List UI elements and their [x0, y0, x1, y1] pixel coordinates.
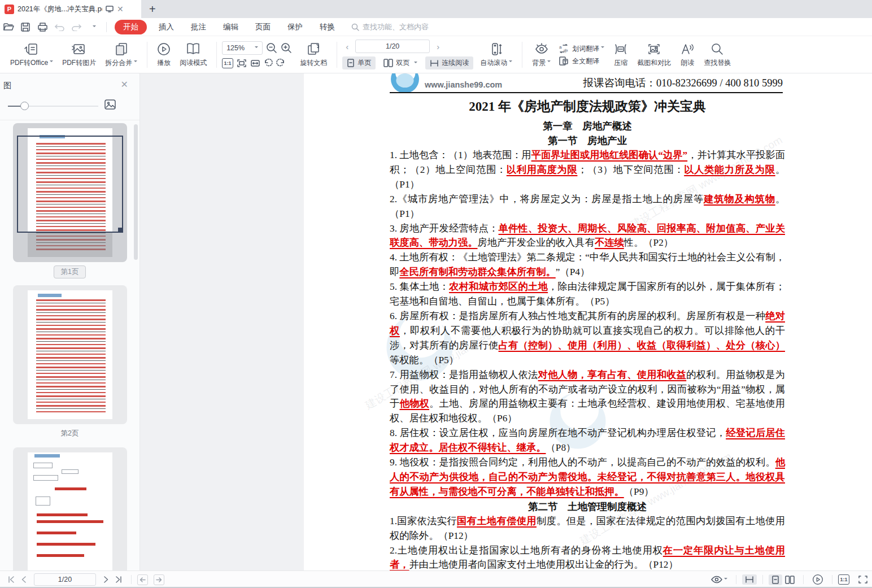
find-replace-button[interactable]: 查找替换 [699, 41, 735, 68]
thumbnail-size-slider[interactable] [8, 102, 98, 111]
pdf-to-image-icon [72, 42, 86, 56]
close-panel-icon[interactable]: ✕ [121, 79, 128, 90]
double-page-icon [383, 59, 393, 67]
actual-size-button[interactable]: 1:1 [838, 574, 849, 585]
page-indicator-input[interactable]: 1/20 [355, 40, 430, 53]
background-button[interactable]: 背景 [527, 41, 555, 68]
print-icon[interactable] [34, 20, 51, 34]
read-aloud-button[interactable]: 朗读 [675, 41, 699, 68]
word-translate-button[interactable]: a中 划词翻译 [559, 44, 604, 53]
doc-paragraph: 2.《城市房地产管理法》中，将房屋定义为：房屋是指土地上的房屋等建筑物及构筑物。… [390, 192, 785, 221]
double-page-toggle[interactable] [782, 574, 797, 585]
slider-knob[interactable] [20, 102, 29, 110]
section2-paragraphs: 1.国家依法实行国有土地有偿使用制度。但是，国家在法律规定的范围内划拨国有土地使… [390, 514, 785, 570]
rotate-left-icon[interactable] [264, 59, 273, 68]
doc-paragraph: 5. 集体土地：农村和城市郊区的土地，除由法律规定属于国家所有的以外，属于集体所… [390, 280, 785, 309]
read-mode-button[interactable]: 阅读模式 [175, 41, 211, 68]
doc-paragraph: 8. 居住权：设立居住权，应当向房屋所在地不动产登记机构办理居住权登记，经登记后… [390, 426, 785, 455]
pdf-to-office-button[interactable]: PDF转Office [6, 41, 58, 68]
fit-page-icon[interactable] [237, 59, 247, 68]
compress-icon [613, 42, 628, 56]
view-forward-button[interactable] [154, 574, 164, 585]
continuous-reading-toggle[interactable]: 连续阅读 [425, 56, 473, 69]
close-tab-icon[interactable]: ✕ [117, 5, 124, 14]
menu-item-protect[interactable]: 保护 [279, 19, 311, 35]
play-button[interactable]: 播放 [152, 41, 175, 68]
new-tab-button[interactable]: + [141, 0, 164, 18]
menu-item-insert[interactable]: 插入 [150, 19, 182, 35]
continuous-reading-icon [430, 59, 439, 67]
doc-paragraph: 4. 土地所有权：《土地管理法》第二条规定：“中华人民共和国实行土地的社会主义公… [390, 250, 785, 280]
search-box[interactable]: 查找功能、文档内容 [351, 22, 429, 32]
view-back-button[interactable] [137, 574, 148, 585]
previous-page-icon[interactable] [18, 575, 29, 584]
document-viewer[interactable]: 建设工程教育网 www.jianshe99.com 建设工程教育网 www.ji… [140, 73, 872, 570]
thumbnail-page-3[interactable] [13, 447, 127, 570]
background-eye-icon [534, 42, 549, 56]
pdf-page: 建设工程教育网 www.jianshe99.com 建设工程教育网 www.ji… [304, 73, 872, 570]
fit-page-button[interactable] [855, 574, 871, 585]
header-rule [390, 92, 783, 93]
read-aloud-icon [680, 42, 695, 56]
fit-width-icon[interactable] [250, 59, 260, 68]
divider [522, 42, 522, 68]
svg-text:a: a [559, 45, 562, 50]
divider [216, 42, 217, 68]
find-replace-icon [710, 42, 724, 56]
thumbnail-size-icon[interactable] [104, 99, 116, 112]
zoom-in-icon[interactable] [281, 42, 292, 54]
redo-icon[interactable] [68, 20, 85, 34]
site-url: www.jianshe99.com [425, 78, 502, 93]
word-translate-icon: a中 [559, 44, 569, 53]
quickbar-dropdown-icon[interactable] [85, 20, 102, 34]
pdf-file-icon: P [5, 5, 14, 14]
single-page-toggle[interactable] [769, 574, 782, 585]
single-page-toggle[interactable]: 单页 [342, 56, 376, 69]
monitor-icon[interactable] [106, 6, 114, 12]
full-translate-button[interactable]: 全文翻译 [559, 56, 604, 66]
actual-size-button[interactable]: 1:1 [222, 58, 233, 68]
play-icon [157, 42, 171, 56]
search-placeholder: 查找功能、文档内容 [363, 22, 429, 32]
last-page-icon[interactable] [112, 575, 125, 584]
auto-scroll-button[interactable]: 自动滚动 [476, 41, 517, 68]
background-eye-icon[interactable] [708, 574, 730, 585]
sidebar-scrollbar[interactable] [134, 124, 138, 260]
play-button[interactable] [809, 573, 826, 586]
rotate-right-icon[interactable] [276, 59, 285, 68]
viewport-rectangle[interactable] [17, 136, 123, 233]
menu-item-page[interactable]: 页面 [247, 19, 279, 35]
divider [106, 22, 107, 32]
continuous-reading-toggle[interactable] [742, 574, 757, 585]
first-page-icon[interactable] [5, 575, 18, 584]
screenshot-compare-button[interactable]: 截图和对比 [633, 41, 675, 68]
compress-button[interactable]: 压缩 [609, 41, 633, 68]
previous-page-icon[interactable]: ‹ [342, 42, 352, 51]
undo-icon[interactable] [51, 20, 68, 34]
tab-bar: P 2021年《房地...冲关宝典.pdf ✕ + [0, 0, 872, 18]
thumbnail-page-2[interactable] [13, 285, 127, 424]
pdf-to-image-button[interactable]: PDF转图片 [58, 41, 101, 68]
next-page-icon[interactable] [101, 575, 112, 584]
next-page-icon[interactable]: › [433, 42, 443, 51]
menu-item-convert[interactable]: 转换 [311, 19, 343, 35]
doc-paragraph: 7. 用益物权：是指用益物权人依法对他人物，享有占有、使用和收益的权利。用益物权… [390, 368, 785, 426]
section1-heading: 第一节 房地产业 [390, 133, 785, 148]
phone-line: 报课咨询电话：010-82326699 / 400 810 5999 [583, 76, 783, 91]
split-merge-button[interactable]: 拆分合并 [101, 41, 142, 68]
doc-paragraph: 3. 房地产开发经营特点：单件性、投资大、周期长、风险高、回报率高、附加值高、产… [390, 221, 785, 251]
divider [803, 575, 804, 584]
menu-item-start[interactable]: 开始 [115, 20, 147, 34]
double-page-toggle[interactable]: 双页 [379, 56, 422, 69]
zoom-out-icon[interactable] [266, 42, 277, 54]
thumbnail-page-1[interactable] [13, 123, 127, 262]
zoom-level-select[interactable]: 125% [222, 41, 263, 55]
menu-item-edit[interactable]: 编辑 [215, 19, 247, 35]
rotate-document-button[interactable]: 旋转文档 [295, 41, 332, 68]
open-file-icon[interactable] [0, 20, 17, 34]
screenshot-compare-icon [647, 42, 661, 56]
document-tab[interactable]: P 2021年《房地...冲关宝典.pdf ✕ [0, 0, 141, 18]
save-icon[interactable] [17, 20, 34, 34]
page-indicator-input[interactable]: 1/20 [34, 573, 96, 586]
menu-item-annotate[interactable]: 批注 [182, 19, 215, 35]
